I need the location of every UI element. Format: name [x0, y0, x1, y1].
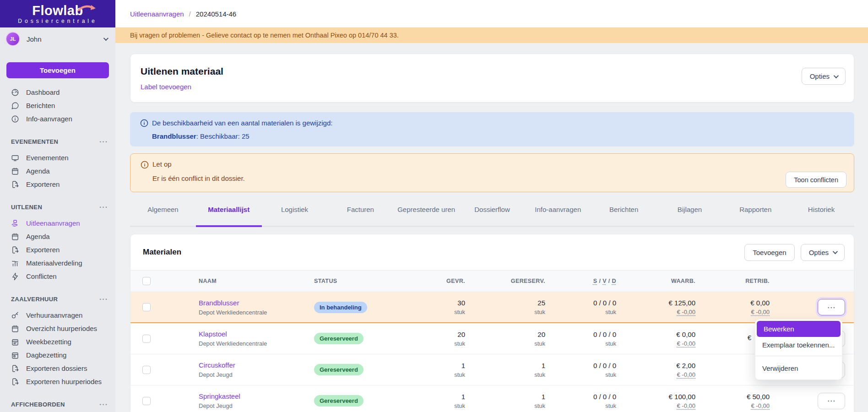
key-icon — [11, 311, 19, 320]
gevr-value: 1 — [385, 393, 465, 401]
materials-options-button[interactable]: Opties — [801, 244, 845, 261]
sidebar-item-dagbezetting[interactable]: Dagbezetting — [0, 348, 115, 362]
menu-item-verwijderen[interactable]: Verwijderen — [755, 360, 842, 376]
section-menu-icon[interactable]: ··· — [99, 295, 108, 304]
sidebar-item-berichten[interactable]: Berichten — [0, 99, 115, 112]
sidebar-item-dashboard[interactable]: Dashboard — [0, 86, 115, 99]
gereserv-value: 25 — [469, 299, 545, 307]
sidebar-item-label: Dashboard — [26, 88, 60, 96]
gereserv-value: 1 — [469, 362, 545, 369]
breadcrumb-parent-link[interactable]: Uitleenaanvragen — [130, 10, 184, 18]
file-export-icon — [11, 180, 19, 189]
tab-berichten[interactable]: Berichten — [591, 196, 657, 227]
tab-materiaallijst[interactable]: Materiaallijst — [196, 196, 262, 227]
breadcrumb-separator: / — [189, 10, 191, 18]
select-all-checkbox[interactable] — [142, 277, 151, 285]
sidebar-item-overzicht-huurperiodes[interactable]: Overzicht huurperiodes — [0, 322, 115, 335]
materials-title: Materialen — [143, 248, 744, 257]
tab-facturen[interactable]: Facturen — [327, 196, 393, 227]
sidebar-item-materiaalverdeling[interactable]: Materiaalverdeling — [0, 256, 115, 270]
row-checkbox[interactable] — [142, 335, 151, 343]
retrib-value: € — [699, 334, 751, 342]
sidebar-item-exporteren-evenementen[interactable]: Exporteren — [0, 178, 115, 191]
section-menu-icon[interactable]: ··· — [99, 138, 108, 146]
material-depot: Depot Jeugd — [199, 402, 302, 409]
calendar-icon — [11, 167, 19, 175]
column-status: STATUS — [302, 278, 385, 284]
tab-gepresteerde-uren[interactable]: Gepresteerde uren — [393, 196, 459, 227]
sidebar-section-afficheborden: AFFICHEBORDEN ··· — [0, 398, 115, 411]
svd-value: 0 / 0 / 0 — [549, 362, 616, 369]
svd-value: 0 / 0 / 0 — [549, 299, 616, 307]
sidebar-item-evenementen[interactable]: Evenementen — [0, 151, 115, 164]
retrib-value: € 0,00 — [699, 299, 770, 307]
tab-dossierflow[interactable]: Dossierflow — [459, 196, 525, 227]
tab-logistiek[interactable]: Logistiek — [262, 196, 328, 227]
contact-banner: Bij vragen of problemen - Gelieve contac… — [115, 27, 868, 43]
sidebar-item-exporteren-huurperiodes[interactable]: Exporteren huurperiodes — [0, 375, 115, 388]
sidebar-item-uitleenaanvragen[interactable]: Uitleenaanvragen — [0, 217, 115, 230]
material-link[interactable]: Klapstoel — [199, 330, 302, 338]
conflict-warning-alert: Let op Er is één conflict in dit dossier… — [130, 153, 854, 192]
tab-algemeen[interactable]: Algemeen — [130, 196, 196, 227]
sidebar-item-agenda-evenementen[interactable]: Agenda — [0, 164, 115, 178]
status-badge: Gereserveerd — [314, 333, 363, 344]
row-checkbox[interactable] — [142, 397, 151, 405]
logo[interactable]: Flowlab Dossiercentrale — [0, 0, 115, 27]
header-options-button[interactable]: Opties — [802, 68, 846, 85]
user-name: John — [27, 35, 103, 43]
warning-message: Er is één conflict in dit dossier. — [152, 174, 846, 182]
material-link[interactable]: Circuskoffer — [199, 361, 302, 369]
file-export-icon — [11, 364, 19, 373]
tab-rapporten[interactable]: Rapporten — [722, 196, 788, 227]
sidebar-item-exporteren-uitlenen[interactable]: Exporteren — [0, 243, 115, 256]
gevr-value: 30 — [385, 299, 465, 307]
column-naam: NAAM — [188, 278, 302, 284]
show-conflicts-button[interactable]: Toon conflicten — [786, 172, 846, 188]
sidebar-item-conflicten[interactable]: Conflicten — [0, 270, 115, 283]
chevron-down-icon — [834, 73, 839, 78]
add-button[interactable]: Toevoegen — [6, 62, 109, 78]
row-actions-button[interactable]: ⋯ — [818, 393, 845, 409]
sidebar-item-agenda-uitlenen[interactable]: Agenda — [0, 230, 115, 243]
sidebar-item-exporteren-dossiers[interactable]: Exporteren dossiers — [0, 362, 115, 375]
material-depot: Depot Werkliedencentrale — [199, 340, 302, 347]
gevr-value: 20 — [385, 331, 465, 338]
info-alert-detail: Brandblusser: Beschikbaar: 25 — [152, 132, 845, 140]
materials-add-button[interactable]: Toevoegen — [744, 244, 794, 261]
sidebar-item-verhuuraanvragen[interactable]: Verhuuraanvragen — [0, 309, 115, 322]
row-checkbox[interactable] — [142, 303, 151, 311]
user-menu[interactable]: JL John — [0, 27, 115, 50]
file-export-icon — [11, 246, 19, 254]
chevron-down-icon — [833, 249, 838, 254]
calendar-icon — [11, 233, 19, 241]
status-badge: Gereserveerd — [314, 364, 363, 375]
breadcrumb: Uitleenaanvragen / 20240514-46 — [115, 0, 868, 27]
waarb-value: € 0,00 — [620, 331, 695, 338]
column-waarb: WAARB. — [620, 278, 699, 284]
sidebar-item-weekbezetting[interactable]: Weekbezetting — [0, 335, 115, 348]
menu-item-exemplaar-toekennen[interactable]: Exemplaar toekennen... — [755, 337, 842, 352]
sidebar-item-info-aanvragen[interactable]: Info-aanvragen — [0, 112, 115, 125]
warning-title: Let op — [152, 160, 846, 168]
section-menu-icon[interactable]: ··· — [99, 203, 108, 211]
tab-bijlagen[interactable]: Bijlagen — [657, 196, 723, 227]
logo-arrow-icon — [78, 4, 96, 13]
add-label-link[interactable]: Label toevoegen — [141, 83, 191, 91]
section-menu-icon[interactable]: ··· — [99, 401, 108, 409]
row-actions-button[interactable]: ⋯ — [818, 299, 845, 315]
calendar-week-icon — [11, 338, 19, 346]
calendar-icon — [11, 325, 19, 333]
column-gereserv: GERESERV. — [469, 278, 549, 284]
bar-chart-icon — [11, 259, 19, 267]
material-name: Brandblusser — [152, 132, 196, 140]
material-depot: Depot Werkliedencentrale — [199, 309, 302, 316]
menu-item-bewerken[interactable]: Bewerken — [757, 321, 841, 337]
column-gevr: GEVR. — [385, 278, 469, 284]
tab-info-aanvragen[interactable]: Info-aanvragen — [525, 196, 591, 227]
material-link[interactable]: Brandblusser — [199, 299, 302, 307]
calendar-day-icon — [11, 351, 19, 359]
material-link[interactable]: Springkasteel — [199, 392, 302, 400]
tab-historiek[interactable]: Historiek — [788, 196, 854, 227]
row-checkbox[interactable] — [142, 366, 151, 374]
